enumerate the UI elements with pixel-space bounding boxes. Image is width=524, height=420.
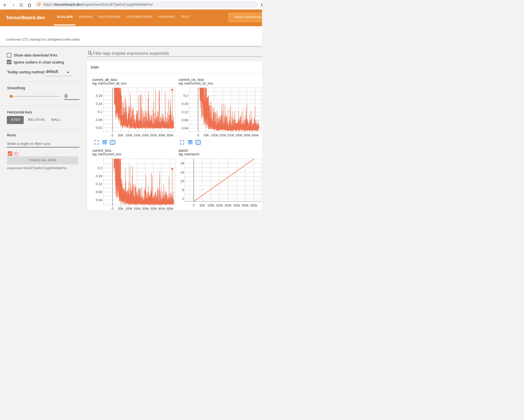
svg-text:0.1: 0.1 [98,110,102,114]
svg-text:tag: train/current_loss: tag: train/current_loss [92,153,121,156]
svg-text:200k: 200k [227,133,235,137]
svg-text:0: 0 [193,203,194,207]
svg-text:0.12: 0.12 [182,110,188,114]
svg-text:0.2: 0.2 [98,166,102,170]
svg-text:current_att_loss: current_att_loss [92,78,117,82]
svg-text:350k: 350k [166,133,173,137]
svg-text:tag: train/current_ctc_loss: tag: train/current_ctc_loss [179,82,213,85]
svg-text:250k: 250k [233,203,240,207]
svg-text:0.16: 0.16 [96,174,102,178]
svg-text:0: 0 [111,133,113,137]
svg-text:0.12: 0.12 [96,182,102,186]
svg-text:0: 0 [197,133,199,137]
svg-text:100k: 100k [125,207,133,210]
svg-text:2: 2 [182,197,184,201]
svg-text:tag: train/epoch: tag: train/epoch [179,153,199,156]
svg-text:epoch: epoch [179,149,188,153]
svg-text:10: 10 [181,179,184,183]
svg-text:150k: 150k [133,207,141,210]
svg-text:0.2: 0.2 [183,94,188,98]
svg-text:0.04: 0.04 [96,198,102,202]
svg-text:100k: 100k [211,133,218,137]
svg-text:0.06: 0.06 [96,118,102,122]
svg-text:350k: 350k [250,203,257,207]
svg-text:50k: 50k [200,203,205,207]
svg-text:350k: 350k [251,133,259,137]
svg-text:0: 0 [111,207,113,210]
svg-text:150k: 150k [133,133,141,137]
svg-text:300k: 300k [158,207,165,210]
svg-text:0.02: 0.02 [96,126,102,130]
svg-text:200k: 200k [142,207,149,210]
svg-text:50k: 50k [118,207,123,210]
svg-text:tag: train/current_att_loss: tag: train/current_att_loss [92,82,126,85]
svg-text:350k: 350k [166,207,173,210]
svg-text:current_ctc_loss: current_ctc_loss [179,78,204,82]
svg-text:current_loss: current_loss [92,149,111,153]
svg-text:0.08: 0.08 [96,190,102,194]
svg-text:250k: 250k [150,133,157,137]
svg-text:300k: 300k [243,133,251,137]
svg-text:250k: 250k [150,207,157,210]
svg-text:300k: 300k [158,133,165,137]
svg-text:0.04: 0.04 [182,126,188,130]
svg-text:50k: 50k [118,133,123,137]
svg-text:0.14: 0.14 [96,102,102,106]
svg-text:100k: 100k [207,203,215,207]
svg-text:200k: 200k [142,133,149,137]
svg-text:100k: 100k [125,133,133,137]
svg-text:0.18: 0.18 [96,94,102,98]
svg-text:0.08: 0.08 [182,118,188,122]
svg-text:0.16: 0.16 [182,102,188,106]
svg-text:14: 14 [181,170,184,174]
svg-text:250k: 250k [235,133,243,137]
svg-text:50k: 50k [203,133,209,137]
svg-text:300k: 300k [242,203,249,207]
svg-text:6: 6 [182,188,184,192]
svg-text:200k: 200k [224,203,232,207]
svg-text:150k: 150k [219,133,226,137]
svg-text:18: 18 [181,161,184,165]
svg-text:150k: 150k [216,203,223,207]
